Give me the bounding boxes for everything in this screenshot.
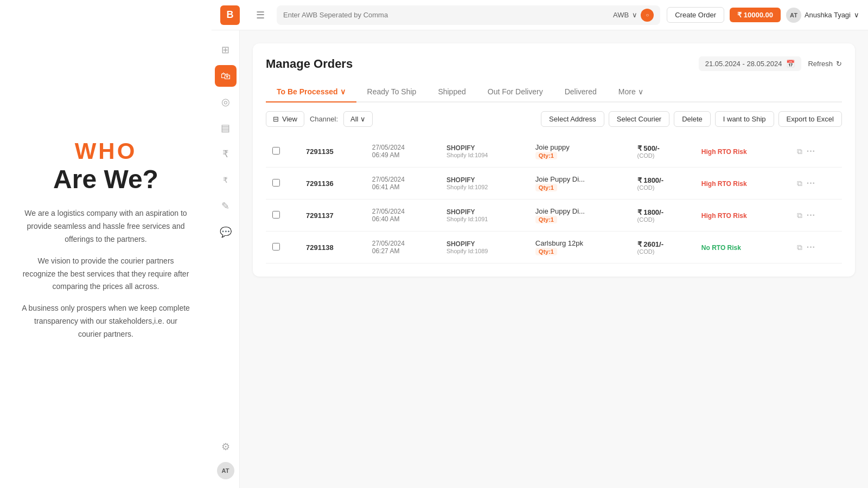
search-input[interactable] — [283, 11, 613, 19]
app-body: ⊞ 🛍 ◎ ▤ ₹ ₹ ✎ 💬 ⚙ AT Manage Orders 2 — [212, 30, 868, 488]
product-name: Joie Puppy Di... — [535, 207, 624, 215]
view-button[interactable]: ⊟ View — [266, 111, 304, 127]
orders-table-wrapper: 7291135 27/05/2024 06:49 AM SHOPIFY Shop… — [266, 136, 842, 264]
tab-delivered[interactable]: Delivered — [554, 82, 608, 102]
select-address-button[interactable]: Select Address — [541, 111, 604, 127]
sidebar-bottom: ⚙ AT — [215, 436, 237, 479]
date-range-text: 21.05.2024 - 28.05.2024 — [705, 60, 782, 68]
order-id: 7291138 — [306, 243, 359, 252]
user-name: Anushka Tyagi — [805, 11, 851, 19]
sidebar-item-settings[interactable]: ⚙ — [215, 436, 237, 458]
awb-badge: AWB ∨ ○ — [613, 9, 654, 22]
copy-icon[interactable]: ⧉ — [797, 243, 802, 252]
tab-shipped[interactable]: Shipped — [427, 82, 476, 102]
awb-label: AWB — [613, 11, 629, 19]
tab-out-for-delivery[interactable]: Out For Delivery — [477, 82, 554, 102]
select-courier-button[interactable]: Select Courier — [609, 111, 669, 127]
menu-icon-btn[interactable]: ☰ — [251, 5, 270, 25]
order-date: 27/05/2024 — [372, 176, 433, 183]
qty-badge: Qty:1 — [535, 184, 557, 191]
payment-type: (COD) — [637, 152, 688, 159]
price: ₹ 500/- — [637, 144, 688, 152]
sidebar-item-orders[interactable]: 🛍 — [215, 65, 237, 87]
order-date: 27/05/2024 — [372, 240, 433, 247]
qty-badge: Qty:1 — [535, 152, 557, 159]
balance-button[interactable]: ₹ 10000.00 — [730, 8, 781, 22]
channel-id: Shopify Id:1092 — [446, 184, 522, 190]
rto-risk: No RTO Risk — [701, 244, 741, 252]
product-name: Joie Puppy Di... — [535, 175, 624, 183]
copy-icon[interactable]: ⧉ — [797, 179, 802, 188]
page-title: Manage Orders — [266, 57, 353, 71]
avatar: AT — [786, 8, 801, 23]
tab-ready-to-ship[interactable]: Ready To Ship — [356, 82, 427, 102]
tab-more[interactable]: More ∨ — [608, 82, 654, 102]
row-checkbox[interactable] — [272, 243, 280, 251]
table-row: 7291136 27/05/2024 06:41 AM SHOPIFY Shop… — [266, 168, 842, 200]
row-actions: ⧉ ··· — [797, 146, 835, 156]
rto-risk: High RTO Risk — [701, 212, 747, 220]
qty-badge: Qty:1 — [535, 248, 557, 255]
order-time: 06:40 AM — [372, 215, 433, 223]
copy-icon[interactable]: ⧉ — [797, 147, 802, 156]
copy-icon[interactable]: ⧉ — [797, 211, 802, 220]
refresh-button[interactable]: Refresh ↻ — [808, 60, 842, 68]
date-range[interactable]: 21.05.2024 - 28.05.2024 📅 — [699, 56, 802, 71]
order-time: 06:27 AM — [372, 247, 433, 255]
order-time: 06:41 AM — [372, 183, 433, 191]
channel-name: SHOPIFY — [446, 176, 522, 184]
payment-type: (COD) — [637, 248, 688, 255]
are-we-text: Are We? — [53, 164, 158, 194]
order-id: 7291135 — [306, 147, 359, 156]
price: ₹ 1800/- — [637, 176, 688, 184]
toolbar: ⊟ View Channel: All ∨ Select Address Sel… — [266, 111, 842, 127]
awb-chevron: ∨ — [632, 11, 637, 19]
more-options-icon[interactable]: ··· — [807, 178, 815, 188]
row-actions: ⧉ ··· — [797, 178, 835, 188]
tabs: To Be Processed ∨ Ready To Ship Shipped … — [266, 82, 842, 102]
channel-name: SHOPIFY — [446, 144, 522, 152]
price: ₹ 2601/- — [637, 240, 688, 248]
sidebar-item-scan[interactable]: ◎ — [215, 91, 237, 113]
sidebar-item-pen[interactable]: ✎ — [215, 195, 237, 217]
order-date: 27/05/2024 — [372, 208, 433, 215]
sidebar-item-archive[interactable]: ▤ — [215, 117, 237, 139]
rto-risk: High RTO Risk — [701, 180, 747, 188]
sidebar-item-money[interactable]: ₹ — [215, 143, 237, 165]
sidebar-item-rupee[interactable]: ₹ — [215, 169, 237, 191]
channel-id: Shopify Id:1091 — [446, 216, 522, 222]
rto-risk: High RTO Risk — [701, 148, 747, 156]
i-want-to-ship-button[interactable]: I want to Ship — [715, 111, 774, 127]
who-text: WHO — [75, 138, 137, 164]
refresh-icon: ↻ — [836, 60, 842, 68]
table-row: 7291135 27/05/2024 06:49 AM SHOPIFY Shop… — [266, 136, 842, 168]
qty-badge: Qty:1 — [535, 216, 557, 223]
orders-panel: Manage Orders 21.05.2024 - 28.05.2024 📅 … — [253, 43, 855, 277]
delete-button[interactable]: Delete — [674, 111, 711, 127]
more-options-icon[interactable]: ··· — [807, 146, 815, 156]
more-options-icon[interactable]: ··· — [807, 242, 815, 252]
more-options-icon[interactable]: ··· — [807, 210, 815, 220]
order-id: 7291137 — [306, 211, 359, 220]
brand-para1: We are a logistics company with an aspir… — [22, 207, 190, 246]
row-checkbox[interactable] — [272, 179, 280, 187]
channel-id: Shopify Id:1089 — [446, 248, 522, 254]
channel-select[interactable]: All ∨ — [343, 111, 373, 127]
brand-para3: A business only prospers when we keep co… — [22, 302, 190, 341]
export-to-excel-button[interactable]: Export to Excel — [778, 111, 842, 127]
sidebar-item-chat[interactable]: 💬 — [215, 221, 237, 243]
orders-table: 7291135 27/05/2024 06:49 AM SHOPIFY Shop… — [266, 136, 842, 264]
row-checkbox[interactable] — [272, 211, 280, 219]
calendar-icon: 📅 — [786, 60, 795, 68]
order-id: 7291136 — [306, 179, 359, 188]
tab-to-be-processed[interactable]: To Be Processed ∨ — [266, 82, 356, 102]
row-actions: ⧉ ··· — [797, 242, 835, 252]
user-area[interactable]: AT Anushka Tyagi ∨ — [786, 8, 859, 23]
logo-icon: B — [220, 5, 240, 25]
table-row: 7291138 27/05/2024 06:27 AM SHOPIFY Shop… — [266, 232, 842, 264]
create-order-button[interactable]: Create Order — [667, 7, 724, 23]
sidebar-item-grid[interactable]: ⊞ — [215, 39, 237, 61]
row-checkbox[interactable] — [272, 147, 280, 155]
channel-name: SHOPIFY — [446, 240, 522, 248]
search-area: AWB ∨ ○ — [277, 5, 660, 25]
